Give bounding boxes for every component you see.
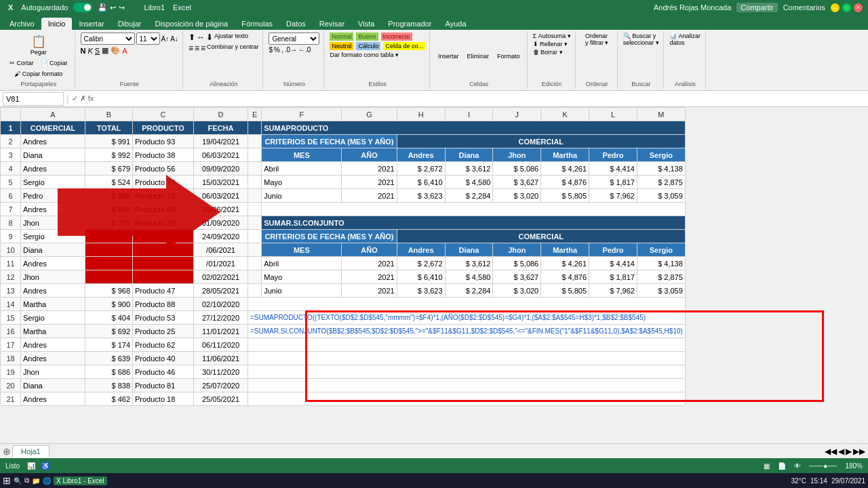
fill-color-button[interactable]: 🎨 bbox=[111, 46, 120, 55]
cell-b16[interactable]: $ 692 bbox=[85, 325, 133, 338]
cell-c6[interactable]: Producto 19 bbox=[133, 189, 194, 203]
zoom-slider[interactable]: ───●── bbox=[809, 462, 837, 470]
share-button[interactable]: Compartir bbox=[736, 3, 777, 12]
cell-b18[interactable]: $ 639 bbox=[85, 352, 133, 365]
cell-d7[interactable]: 10/06/2021 bbox=[194, 203, 248, 216]
cell-b6[interactable]: $ 598 bbox=[85, 189, 133, 203]
cell-a1[interactable]: COMERCIAL bbox=[21, 121, 85, 135]
font-color-button[interactable]: A bbox=[122, 47, 127, 55]
cell-d17[interactable]: 06/11/2020 bbox=[194, 338, 248, 352]
explorer-taskbar-icon[interactable]: 📁 bbox=[32, 477, 40, 485]
sheet-scroll-next[interactable]: ▶ bbox=[846, 447, 852, 456]
cell-a3[interactable]: Diana bbox=[21, 148, 85, 162]
cell-a12[interactable]: Jhon bbox=[21, 270, 85, 284]
cell-c15[interactable]: Producto 53 bbox=[133, 311, 194, 325]
start-button[interactable]: ⊞ bbox=[3, 475, 11, 486]
col-header-b[interactable]: B bbox=[85, 108, 133, 121]
align-top-button[interactable]: ⬆ bbox=[189, 33, 195, 42]
cell-a9[interactable]: Sergio bbox=[21, 230, 85, 243]
cell-d2[interactable]: 19/04/2021 bbox=[194, 135, 248, 148]
cell-d14[interactable]: 02/10/2020 bbox=[194, 298, 248, 311]
cell-a19[interactable]: Jhon bbox=[21, 365, 85, 379]
cell-d13[interactable]: 28/05/2021 bbox=[194, 284, 248, 298]
style-calculo[interactable]: Cálculo bbox=[356, 42, 380, 50]
cell-c5[interactable]: Producto 79 bbox=[133, 176, 194, 189]
toggle-switch[interactable] bbox=[73, 3, 92, 12]
tab-insertar[interactable]: Insertar bbox=[72, 18, 111, 30]
cell-a14[interactable]: Martha bbox=[21, 298, 85, 311]
cell-b21[interactable]: $ 462 bbox=[85, 392, 133, 406]
cell-b8[interactable]: $ 779 bbox=[85, 216, 133, 230]
cell-b1[interactable]: TOTAL bbox=[85, 121, 133, 135]
cell-a20[interactable]: Diana bbox=[21, 379, 85, 392]
cell-b19[interactable]: $ 686 bbox=[85, 365, 133, 379]
cell-e10[interactable] bbox=[248, 243, 262, 257]
cell-c11[interactable] bbox=[133, 257, 194, 270]
cell-c16[interactable]: Producto 25 bbox=[133, 325, 194, 338]
cell-a15[interactable]: Sergio bbox=[21, 311, 85, 325]
col-header-m[interactable]: M bbox=[637, 108, 685, 121]
align-center-button[interactable]: ≡ bbox=[195, 43, 199, 53]
cell-a4[interactable]: Andres bbox=[21, 162, 85, 176]
minimize-button[interactable]: — bbox=[831, 3, 840, 12]
cell-a11[interactable]: Andres bbox=[21, 257, 85, 270]
cell-d18[interactable]: 11/06/2021 bbox=[194, 352, 248, 365]
decrease-font-button[interactable]: A↓ bbox=[170, 35, 178, 43]
copy-format-button[interactable]: 🖌 Copiar formato bbox=[12, 69, 65, 79]
dec-decrease-button[interactable]: ←.0 bbox=[298, 46, 311, 54]
tab-programador[interactable]: Programador bbox=[381, 18, 438, 30]
cell-c7[interactable]: Producto 60 bbox=[133, 203, 194, 216]
cell-b20[interactable]: $ 838 bbox=[85, 379, 133, 392]
col-header-d[interactable]: D bbox=[194, 108, 248, 121]
bold-button[interactable]: N bbox=[81, 47, 86, 55]
cell-c18[interactable]: Producto 40 bbox=[133, 352, 194, 365]
style-bueno[interactable]: Bueno bbox=[356, 33, 378, 41]
cell-a5[interactable]: Sergio bbox=[21, 176, 85, 189]
paste-button[interactable]: 📋 Pegar bbox=[28, 33, 50, 57]
col-header-i[interactable]: I bbox=[445, 108, 493, 121]
cell-d21[interactable]: 25/05/2021 bbox=[194, 392, 248, 406]
tab-datos[interactable]: Datos bbox=[279, 18, 313, 30]
cell-e9[interactable] bbox=[248, 230, 262, 243]
col-header-a[interactable]: A bbox=[21, 108, 85, 121]
format-as-table-button[interactable]: Dar formato como tabla ▾ bbox=[330, 52, 425, 58]
cell-c1[interactable]: PRODUCTO bbox=[133, 121, 194, 135]
cell-b10[interactable] bbox=[85, 243, 133, 257]
search-select-button[interactable]: 🔍 Buscar yseleccionar ▾ bbox=[623, 33, 659, 46]
cell-d4[interactable]: 09/09/2020 bbox=[194, 162, 248, 176]
align-left-button[interactable]: ≡ bbox=[189, 43, 193, 53]
cell-e13[interactable] bbox=[248, 284, 262, 298]
cell-d15[interactable]: 27/12/2020 bbox=[194, 311, 248, 325]
align-right-button[interactable]: ≡ bbox=[201, 43, 205, 53]
style-incorrecto[interactable]: Incorrecto bbox=[381, 33, 412, 41]
cell-a13[interactable]: Andres bbox=[21, 284, 85, 298]
cell-d12[interactable]: 02/02/2021 bbox=[194, 270, 248, 284]
border-button[interactable]: ▦ bbox=[102, 46, 108, 55]
cell-c21[interactable]: Producto 18 bbox=[133, 392, 194, 406]
search-taskbar-icon[interactable]: 🔍 bbox=[14, 477, 22, 485]
cell-b9[interactable] bbox=[85, 230, 133, 243]
col-header-l[interactable]: L bbox=[589, 108, 637, 121]
style-celda[interactable]: Celda de co... bbox=[383, 42, 425, 50]
cell-e8[interactable] bbox=[248, 216, 262, 230]
cell-e7[interactable] bbox=[248, 203, 262, 216]
col-header-g[interactable]: G bbox=[342, 108, 397, 121]
cell-b15[interactable]: $ 404 bbox=[85, 311, 133, 325]
analyze-data-button[interactable]: 📊 Analizardatos bbox=[669, 33, 701, 46]
cell-b7[interactable]: $ 648 bbox=[85, 203, 133, 216]
close-button[interactable]: ✕ bbox=[854, 3, 863, 12]
cell-a8[interactable]: Jhon bbox=[21, 216, 85, 230]
cell-c12[interactable] bbox=[133, 270, 194, 284]
cell-c20[interactable]: Producto 81 bbox=[133, 379, 194, 392]
cell-b2[interactable]: $ 991 bbox=[85, 135, 133, 148]
style-neutral[interactable]: Neutral bbox=[330, 42, 353, 50]
clear-button[interactable]: 🗑 Borrar ▾ bbox=[533, 49, 571, 56]
currency-button[interactable]: $ bbox=[269, 46, 273, 54]
cell-a10[interactable]: Diana bbox=[21, 243, 85, 257]
sheet-tab-hoja1[interactable]: Hoja1 bbox=[12, 445, 50, 458]
cell-d16[interactable]: 11/01/2021 bbox=[194, 325, 248, 338]
cell-e3[interactable] bbox=[248, 148, 262, 162]
cell-e6[interactable] bbox=[248, 189, 262, 203]
cell-a2[interactable]: Andres bbox=[21, 135, 85, 148]
tab-ayuda[interactable]: Ayuda bbox=[439, 18, 473, 30]
